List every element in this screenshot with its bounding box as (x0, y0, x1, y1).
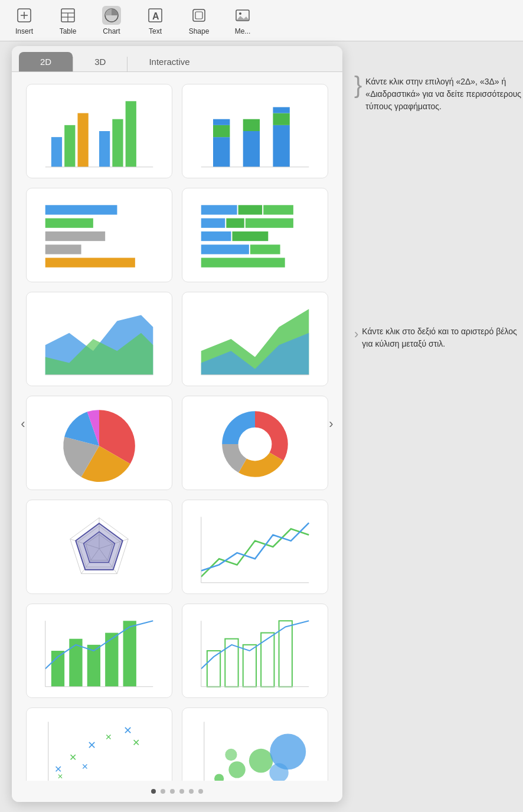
dot-6[interactable] (198, 789, 203, 794)
toolbar-insert[interactable]: Insert (9, 6, 39, 35)
dot-4[interactable] (179, 789, 184, 794)
svg-rect-34 (45, 258, 135, 268)
chart-item-bubble[interactable] (182, 707, 328, 781)
chart-item-stacked-h-bar[interactable] (182, 188, 328, 282)
toolbar-shape[interactable]: Shape (184, 6, 214, 35)
chart-label: Chart (103, 27, 120, 35)
toolbar-media[interactable]: Me... (228, 6, 257, 35)
chart-item-bar-line2[interactable] (182, 604, 328, 698)
svg-rect-68 (105, 633, 118, 687)
svg-rect-39 (226, 219, 244, 228)
svg-rect-69 (123, 621, 136, 687)
tab-interactive[interactable]: Interactive (128, 52, 211, 71)
svg-text:✕: ✕ (57, 772, 63, 781)
toolbar-chart[interactable]: Chart (97, 6, 126, 35)
svg-text:✕: ✕ (123, 724, 132, 736)
svg-rect-10 (193, 9, 205, 21)
svg-text:✕: ✕ (132, 737, 140, 748)
svg-rect-15 (64, 125, 75, 167)
callout-2: › Κάντε κλικ στο δεξιό και το αριστερό β… (354, 325, 523, 350)
svg-rect-36 (238, 205, 263, 214)
chart-item-radar[interactable] (26, 500, 172, 594)
svg-rect-26 (273, 125, 289, 167)
tab-bar: 2D 3D Interactive (12, 46, 342, 72)
svg-rect-23 (213, 119, 230, 125)
svg-rect-18 (112, 119, 123, 167)
svg-rect-38 (201, 219, 225, 228)
svg-point-93 (249, 749, 273, 773)
svg-rect-42 (232, 231, 268, 241)
shape-label: Shape (189, 27, 210, 35)
dot-1[interactable] (151, 789, 156, 794)
panel-wrapper: 2D 3D Interactive ‹ › (12, 46, 523, 802)
text-label: Text (149, 27, 162, 35)
table-label: Table (60, 27, 77, 35)
svg-rect-33 (45, 244, 81, 254)
svg-rect-21 (213, 137, 230, 167)
chart-item-grouped-bar[interactable] (26, 84, 172, 178)
svg-rect-37 (263, 205, 293, 214)
svg-rect-41 (201, 231, 231, 241)
svg-rect-35 (201, 205, 237, 214)
chart-item-area[interactable] (26, 292, 172, 386)
svg-text:✕: ✕ (105, 732, 112, 742)
toolbar: Insert Table Chart A (0, 0, 523, 41)
svg-rect-14 (51, 137, 62, 167)
shape-icon (189, 6, 208, 25)
toolbar-text[interactable]: A Text (140, 6, 170, 35)
svg-point-92 (228, 761, 245, 778)
svg-point-91 (214, 774, 224, 781)
svg-text:A: A (152, 11, 159, 21)
svg-rect-24 (243, 131, 260, 167)
nav-left-arrow[interactable]: ‹ (14, 415, 32, 433)
chart-icon (102, 6, 121, 25)
svg-point-13 (239, 12, 241, 15)
toolbar-table[interactable]: Table (53, 6, 83, 35)
svg-rect-30 (45, 205, 117, 214)
chart-item-scatter[interactable]: ✕ ✕ ✕ ✕ ✕ ✕ ✕ ✕ (26, 707, 172, 781)
svg-rect-19 (126, 101, 136, 167)
svg-rect-17 (99, 131, 110, 167)
svg-rect-28 (273, 107, 289, 113)
svg-text:✕: ✕ (69, 752, 77, 762)
media-label: Me... (235, 27, 251, 35)
nav-right-arrow[interactable]: › (322, 415, 340, 433)
svg-text:✕: ✕ (87, 739, 96, 751)
dot-3[interactable] (170, 789, 175, 794)
chart-grid: ✕ ✕ ✕ ✕ ✕ ✕ ✕ ✕ (12, 72, 342, 781)
callout-1: } Κάντε κλικ στην επιλογή «2Δ», «3Δ» ή «… (354, 76, 523, 113)
callout-1-text: Κάντε κλικ στην επιλογή «2Δ», «3Δ» ή «Δι… (365, 76, 523, 113)
chart-item-stacked-bar[interactable] (182, 84, 328, 178)
chart-item-pie[interactable] (26, 396, 172, 490)
annotations: } Κάντε κλικ στην επιλογή «2Δ», «3Δ» ή «… (348, 46, 523, 350)
chart-item-bar-line[interactable] (26, 604, 172, 698)
callout-bracket-1: } (354, 73, 362, 97)
callout-arrow-2: › (354, 327, 358, 342)
table-icon (58, 6, 77, 25)
callout-2-text: Κάντε κλικ στο δεξιό και το αριστερό βέλ… (362, 325, 523, 350)
svg-rect-75 (261, 633, 274, 687)
svg-point-95 (225, 749, 237, 761)
svg-rect-11 (195, 12, 202, 19)
chart-item-horizontal-bar[interactable] (26, 188, 172, 282)
chart-item-donut[interactable] (182, 396, 328, 490)
media-icon (233, 6, 252, 25)
svg-rect-31 (45, 219, 93, 228)
chart-item-area2[interactable] (182, 292, 328, 386)
chart-panel: 2D 3D Interactive ‹ › (12, 46, 342, 802)
svg-rect-25 (243, 119, 260, 131)
svg-rect-22 (213, 125, 230, 137)
svg-rect-16 (77, 113, 88, 167)
svg-rect-76 (279, 621, 292, 687)
chart-item-line[interactable] (182, 500, 328, 594)
tab-3d[interactable]: 3D (73, 52, 127, 71)
dot-2[interactable] (161, 789, 165, 794)
svg-rect-27 (273, 113, 289, 125)
dot-5[interactable] (189, 789, 194, 794)
svg-rect-40 (246, 219, 293, 228)
tab-2d[interactable]: 2D (19, 52, 73, 71)
svg-text:✕: ✕ (81, 762, 89, 771)
pagination (12, 781, 342, 802)
svg-rect-32 (45, 231, 105, 241)
insert-icon (15, 6, 34, 25)
